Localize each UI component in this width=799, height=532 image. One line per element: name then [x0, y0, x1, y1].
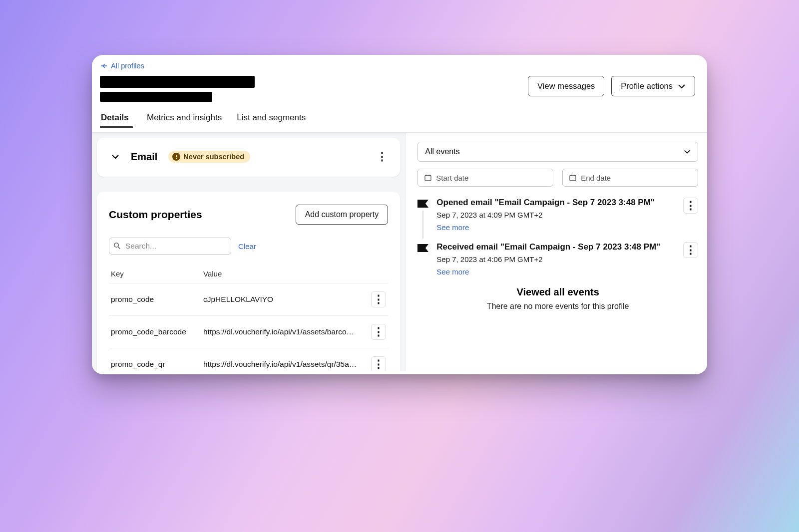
prop-key: promo_code_barcode: [111, 327, 203, 336]
tab-metrics-label: Metrics and insights: [147, 113, 222, 122]
flag-icon: [417, 200, 428, 208]
table-row: promo_code cJpHELLOKLAVIYO: [109, 283, 388, 315]
prop-value: https://dl.voucherify.io/api/v1/assets/b…: [203, 327, 371, 336]
svg-rect-1: [425, 175, 431, 181]
event-item: Opened email "Email Campaign - Sep 7 202…: [417, 198, 698, 232]
view-messages-button[interactable]: View messages: [528, 76, 604, 96]
subscription-badge: ! Never subscribed: [168, 151, 250, 163]
svg-rect-2: [570, 175, 576, 181]
redacted-name: [100, 76, 255, 88]
event-menu[interactable]: [683, 242, 698, 258]
properties-search-clear[interactable]: Clear: [238, 242, 256, 251]
event-item: Received email "Email Campaign - Sep 7 2…: [417, 242, 698, 276]
event-time: Sep 7, 2023 at 4:09 PM GMT+2: [436, 211, 675, 219]
events-column: All events Start date End date Opened em…: [405, 133, 707, 371]
left-column: Email ! Never subscribed Custom properti…: [92, 133, 405, 371]
prop-value: cJpHELLOKLAVIYO: [203, 295, 371, 304]
event-title: Opened email "Email Campaign - Sep 7 202…: [436, 198, 675, 208]
chevron-down-icon: [684, 149, 691, 154]
tabs: Details Metrics and insights List and se…: [92, 102, 707, 133]
col-header-value: Value: [203, 269, 386, 278]
row-menu[interactable]: [371, 324, 386, 340]
start-date-placeholder: Start date: [436, 174, 468, 182]
tab-metrics[interactable]: Metrics and insights: [147, 113, 222, 132]
subscription-badge-label: Never subscribed: [183, 153, 244, 161]
event-title: Received email "Email Campaign - Sep 7 2…: [436, 242, 675, 252]
back-link[interactable]: All profiles: [100, 62, 144, 70]
event-menu[interactable]: [683, 198, 698, 214]
row-menu[interactable]: [371, 356, 386, 371]
add-custom-property-button[interactable]: Add custom property: [296, 205, 389, 225]
events-filter-label: All events: [425, 147, 459, 156]
end-date-input[interactable]: End date: [562, 169, 698, 187]
prop-key: promo_code_qr: [111, 360, 203, 369]
properties-search: [109, 238, 231, 255]
body: Email ! Never subscribed Custom properti…: [92, 133, 707, 371]
events-footer-text: There are no more events for this profil…: [417, 302, 698, 311]
events-filter-select[interactable]: All events: [417, 142, 698, 162]
email-card: Email ! Never subscribed: [97, 138, 400, 177]
calendar-icon: [569, 174, 577, 182]
header-actions: View messages Profile actions: [528, 76, 695, 96]
events-footer-title: Viewed all events: [417, 286, 698, 298]
flag-icon: [417, 244, 428, 252]
search-icon: [113, 242, 121, 250]
header-row: View messages Profile actions: [92, 72, 707, 102]
email-label: Email: [131, 151, 157, 163]
properties-table: Key Value promo_code cJpHELLOKLAVIYO pro…: [109, 269, 388, 371]
end-date-placeholder: End date: [581, 174, 611, 182]
redacted-subline: [100, 92, 212, 102]
profile-name-redacted-group: [100, 76, 255, 102]
profile-window: All profiles View messages Profile actio…: [92, 55, 707, 374]
add-custom-property-label: Add custom property: [305, 210, 379, 219]
custom-properties-card: Custom properties Add custom property Cl…: [97, 192, 400, 371]
row-menu[interactable]: [371, 291, 386, 307]
table-row: promo_code_barcode https://dl.voucherify…: [109, 315, 388, 348]
prop-value: https://dl.voucherify.io/api/v1/assets/q…: [203, 360, 371, 369]
event-time: Sep 7, 2023 at 4:06 PM GMT+2: [436, 255, 675, 264]
alert-icon: !: [172, 153, 180, 161]
back-link-label: All profiles: [111, 62, 144, 70]
profile-actions-label: Profile actions: [621, 81, 673, 91]
tab-lists[interactable]: List and segments: [237, 113, 306, 132]
svg-point-0: [114, 243, 119, 248]
chevron-down-icon[interactable]: [111, 152, 120, 161]
properties-search-input[interactable]: [109, 238, 231, 255]
view-messages-label: View messages: [537, 81, 595, 91]
profile-actions-button[interactable]: Profile actions: [611, 76, 695, 96]
top-bar: All profiles: [92, 55, 707, 72]
start-date-input[interactable]: Start date: [417, 169, 553, 187]
events-footer: Viewed all events There are no more even…: [417, 286, 698, 311]
event-see-more[interactable]: See more: [436, 223, 469, 232]
email-card-menu[interactable]: [375, 150, 389, 164]
prop-key: promo_code: [111, 295, 203, 304]
arrow-left-icon: [100, 62, 108, 70]
chevron-down-icon: [678, 84, 686, 89]
event-see-more[interactable]: See more: [436, 267, 469, 276]
col-header-key: Key: [111, 269, 203, 278]
timeline-line: [422, 211, 423, 239]
tab-details-label: Details: [101, 113, 129, 122]
tab-lists-label: List and segments: [237, 113, 306, 122]
custom-properties-title: Custom properties: [109, 209, 202, 221]
table-row: promo_code_qr https://dl.voucherify.io/a…: [109, 348, 388, 371]
calendar-icon: [424, 174, 432, 182]
tab-details[interactable]: Details: [101, 113, 132, 132]
